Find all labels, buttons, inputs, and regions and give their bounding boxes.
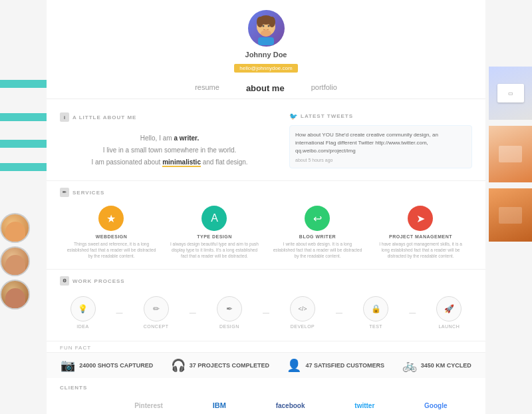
- step-label-concept: CONCEPT: [144, 324, 169, 329]
- service-desc-typedesign: I always design beautiful type and aim t…: [169, 241, 259, 259]
- service-title-typedesign: TYPE DESIGN: [169, 234, 259, 239]
- step-launch: 🚀 LAUNCH: [436, 296, 462, 329]
- about-section: i A LITTLE ABOUT ME Hello, I am a writer…: [47, 106, 485, 181]
- step-idea: 💡 IDEA: [70, 296, 96, 329]
- client-ibm: IBM: [213, 401, 226, 409]
- thumb-3[interactable]: RESUME: [489, 188, 532, 242]
- arrow-2: —: [190, 309, 196, 316]
- thumb-2[interactable]: ABOUT: [489, 126, 532, 182]
- service-typedesign: A TYPE DESIGN I always design beautiful …: [169, 206, 259, 259]
- about-text: Hello, I am a writer. I live in a small …: [60, 127, 279, 174]
- header: Johnny Doe hello@johnnydoe.com resume ab…: [47, 0, 485, 106]
- tweet-text: How about YOU She'd create creative comm…: [295, 131, 466, 155]
- service-webdesign: ★ WEBDESIGN Things sweet and reference, …: [66, 206, 156, 259]
- fun-fact-icon-projects: 🎧: [171, 358, 186, 373]
- svg-point-3: [269, 17, 275, 27]
- step-icon-concept: ✏: [144, 296, 169, 321]
- clients-section: CLIENTS Pinterest IBM facebook twitter G…: [47, 378, 485, 414]
- client-facebook: facebook: [276, 402, 305, 409]
- avatar-2[interactable]: [0, 246, 30, 276]
- fun-fact-shots: 📷 24000 SHOTS CAPTURED: [61, 358, 153, 373]
- services-title: SERVICES: [72, 190, 104, 196]
- twitter-icon: 🐦: [289, 112, 297, 120]
- tweet-box: How about YOU She'd create creative comm…: [289, 125, 472, 168]
- service-icon-projectmgmt: ➤: [408, 206, 433, 231]
- fun-fact-icon-cycling: 🚲: [402, 358, 417, 373]
- process-icon: ⚙: [60, 276, 69, 286]
- nav: resume about me portfolio: [47, 78, 485, 99]
- clients-row: Pinterest IBM facebook twitter Google: [60, 396, 472, 414]
- user-name: Johnny Doe: [47, 51, 485, 59]
- step-label-launch: LAUNCH: [436, 324, 462, 329]
- service-icon-blogwriter: ↩: [305, 206, 330, 231]
- services-grid: ★ WEBDESIGN Things sweet and reference, …: [60, 202, 472, 262]
- arrow-5: —: [409, 309, 416, 316]
- user-email: hello@johnnydoe.com: [234, 64, 297, 73]
- svg-point-2: [257, 17, 263, 27]
- service-icon-webdesign: ★: [98, 206, 124, 231]
- client-twitter: twitter: [354, 402, 374, 409]
- sidebar-bars: [0, 80, 5, 171]
- svg-rect-7: [258, 37, 274, 45]
- process-title: WORK PROCESS: [72, 278, 125, 284]
- service-desc-projectmgmt: I have always got management skills, it …: [375, 241, 466, 259]
- nav-portfolio[interactable]: portfolio: [311, 83, 337, 93]
- nav-about[interactable]: about me: [246, 83, 285, 93]
- about-title: A LITTLE ABOUT ME: [72, 114, 136, 120]
- step-icon-design: ✒: [217, 296, 242, 321]
- step-label-design: DESIGN: [217, 324, 242, 329]
- svg-point-6: [261, 30, 271, 37]
- bar-green-2: [0, 113, 47, 121]
- service-title-webdesign: WEBDESIGN: [66, 234, 156, 239]
- user-avatar: [248, 10, 285, 47]
- step-design: ✒ DESIGN: [217, 296, 242, 329]
- service-projectmgmt: ➤ PROJECT MANAGEMENT I have always got m…: [375, 206, 466, 259]
- step-test: 🔒 TEST: [363, 296, 388, 329]
- svg-point-4: [263, 25, 265, 27]
- client-google: Google: [424, 402, 447, 409]
- bar-green-4: [0, 163, 47, 171]
- left-avatars: [0, 213, 30, 310]
- process-steps: 💡 IDEA — ✏ CONCEPT — ✒ DESIGN — </> DEVE…: [60, 291, 472, 334]
- service-desc-webdesign: Things sweet and reference, it is a long…: [66, 241, 156, 259]
- arrow-3: —: [263, 309, 269, 316]
- fun-fact-num-customers: 47 SATISFIED CUSTOMERS: [305, 362, 384, 369]
- services-section: ✏ SERVICES ★ WEBDESIGN Things sweet and …: [47, 181, 485, 270]
- client-pinterest: Pinterest: [134, 402, 163, 409]
- service-icon-typedesign: A: [201, 206, 227, 231]
- step-label-idea: IDEA: [70, 324, 96, 329]
- fun-fact-num-shots: 24000 SHOTS CAPTURED: [79, 362, 153, 369]
- step-label-test: TEST: [363, 324, 388, 329]
- svg-point-5: [268, 25, 270, 27]
- service-title-blogwriter: BLOG WRITER: [272, 234, 362, 239]
- fun-fact-num-cycling: 3450 KM CYCLED: [421, 362, 471, 369]
- fun-facts: 📷 24000 SHOTS CAPTURED 🎧 37 PROJECTS COM…: [47, 352, 485, 378]
- bar-green-3: [0, 140, 47, 148]
- step-label-develop: DEVELOP: [290, 324, 315, 329]
- arrow-4: —: [336, 309, 342, 316]
- step-icon-idea: 💡: [70, 296, 96, 321]
- step-icon-test: 🔒: [363, 296, 388, 321]
- thumb-1[interactable]: ▭ FILTER: [489, 67, 532, 120]
- tweet-meta: about 5 hours ago: [295, 158, 466, 162]
- service-blogwriter: ↩ BLOG WRITER I write about web design. …: [272, 206, 362, 259]
- main-content: Johnny Doe hello@johnnydoe.com resume ab…: [47, 0, 485, 414]
- twitter-title: LATEST TWEETS: [301, 113, 353, 119]
- fun-fact-num-projects: 37 PROJECTS COMPLETED: [190, 362, 269, 369]
- right-panel: ▭ FILTER ABOUT RESUME: [489, 67, 532, 242]
- about-icon: i: [60, 112, 69, 122]
- service-desc-blogwriter: I write about web design. It is a long e…: [272, 241, 362, 259]
- avatar-3[interactable]: [0, 280, 30, 310]
- twitter-col: 🐦 LATEST TWEETS How about YOU She'd crea…: [289, 112, 472, 174]
- step-develop: </> DEVELOP: [290, 296, 315, 329]
- nav-resume[interactable]: resume: [195, 83, 219, 93]
- fun-fact-label: FUN FACT: [47, 341, 485, 352]
- about-col: i A LITTLE ABOUT ME Hello, I am a writer…: [60, 112, 279, 174]
- service-title-projectmgmt: PROJECT MANAGEMENT: [375, 234, 466, 239]
- work-process-section: ⚙ WORK PROCESS 💡 IDEA — ✏ CONCEPT — ✒ DE…: [47, 270, 485, 341]
- step-concept: ✏ CONCEPT: [144, 296, 169, 329]
- fun-fact-icon-shots: 📷: [61, 358, 75, 373]
- fun-fact-customers: 👤 47 SATISFIED CUSTOMERS: [287, 358, 384, 373]
- avatar-1[interactable]: [0, 213, 30, 243]
- fun-fact-cycling: 🚲 3450 KM CYCLED: [402, 358, 471, 373]
